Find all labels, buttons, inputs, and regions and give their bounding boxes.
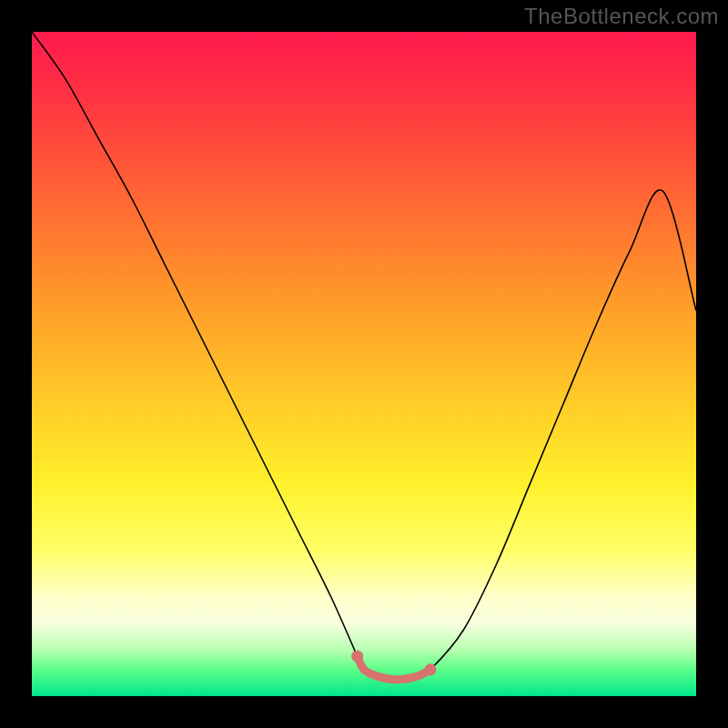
chart-frame: TheBottleneck.com (0, 0, 728, 728)
watermark-text: TheBottleneck.com (524, 4, 719, 29)
highlight-endpoint-dot (351, 651, 363, 662)
plot-area (32, 32, 696, 696)
curve-layer (32, 32, 696, 696)
bottleneck-curve (32, 32, 696, 680)
highlight-endpoint-dot (425, 663, 437, 675)
optimal-zone-highlight (358, 656, 430, 680)
